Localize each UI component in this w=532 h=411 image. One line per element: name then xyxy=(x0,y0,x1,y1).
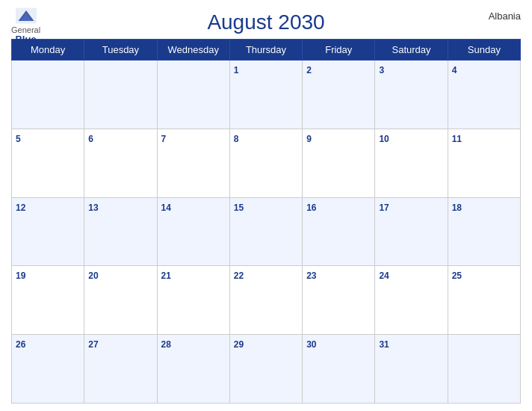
calendar-cell: 22 xyxy=(229,266,302,335)
calendar-cell: 25 xyxy=(448,266,520,335)
country-label: Albania xyxy=(489,10,521,22)
logo-icon xyxy=(16,7,37,24)
day-number: 4 xyxy=(452,65,457,75)
day-number: 10 xyxy=(379,134,389,144)
calendar-week-row: 1234 xyxy=(12,61,521,129)
calendar-cell: 24 xyxy=(375,266,448,335)
calendar-cell: 12 xyxy=(12,197,84,266)
day-number: 25 xyxy=(452,271,462,281)
day-number: 14 xyxy=(161,203,171,213)
calendar-cell: 8 xyxy=(229,129,302,197)
calendar-cell: 20 xyxy=(84,266,157,335)
calendar-cell: 19 xyxy=(12,266,84,335)
calendar-cell: 29 xyxy=(229,335,302,404)
calendar-cell: 7 xyxy=(157,129,229,197)
day-number: 23 xyxy=(306,271,316,281)
calendar-cell: 14 xyxy=(157,197,229,266)
day-number: 21 xyxy=(161,271,171,281)
logo-blue-text: Blue xyxy=(15,34,36,45)
day-number: 3 xyxy=(379,65,384,75)
weekday-header-sunday: Sunday xyxy=(448,40,520,61)
calendar-cell: 1 xyxy=(229,61,302,129)
calendar-cell: 16 xyxy=(303,197,375,266)
weekday-header-row: MondayTuesdayWednesdayThursdayFridaySatu… xyxy=(12,40,521,61)
calendar-cell: 17 xyxy=(375,197,448,266)
day-number: 9 xyxy=(306,134,312,144)
calendar-cell: 6 xyxy=(84,129,157,197)
day-number: 5 xyxy=(16,134,21,144)
calendar-cell: 4 xyxy=(448,61,520,129)
day-number: 18 xyxy=(452,203,462,213)
calendar-cell: 18 xyxy=(448,197,520,266)
header-area: General Blue August 2030 Albania xyxy=(11,7,521,34)
day-number: 31 xyxy=(379,339,389,350)
weekday-header-wednesday: Wednesday xyxy=(157,40,229,61)
calendar-cell xyxy=(448,335,520,404)
day-number: 17 xyxy=(379,203,389,213)
day-number: 11 xyxy=(452,134,462,144)
calendar-title: August 2030 xyxy=(207,10,324,34)
day-number: 13 xyxy=(88,203,98,213)
day-number: 20 xyxy=(88,271,98,281)
day-number: 19 xyxy=(16,271,25,281)
day-number: 15 xyxy=(234,203,244,213)
day-number: 7 xyxy=(161,134,167,144)
day-number: 1 xyxy=(234,65,239,75)
calendar-cell: 30 xyxy=(303,335,375,404)
calendar-cell xyxy=(157,61,229,129)
day-number: 8 xyxy=(234,134,239,144)
calendar-cell: 2 xyxy=(303,61,375,129)
calendar-week-row: 262728293031 xyxy=(12,335,521,404)
calendar-table: MondayTuesdayWednesdayThursdayFridaySatu… xyxy=(11,39,521,404)
day-number: 28 xyxy=(161,339,171,350)
day-number: 29 xyxy=(234,339,244,350)
weekday-header-tuesday: Tuesday xyxy=(84,40,157,61)
day-number: 12 xyxy=(16,203,25,213)
calendar-cell: 10 xyxy=(375,129,448,197)
calendar-cell: 27 xyxy=(84,335,157,404)
calendar-cell: 31 xyxy=(375,335,448,404)
weekday-header-saturday: Saturday xyxy=(375,40,448,61)
day-number: 24 xyxy=(379,271,389,281)
calendar-week-row: 19202122232425 xyxy=(12,266,521,335)
weekday-header-friday: Friday xyxy=(303,40,375,61)
day-number: 27 xyxy=(88,339,98,350)
day-number: 26 xyxy=(16,339,25,350)
day-number: 16 xyxy=(306,203,316,213)
calendar-cell: 26 xyxy=(12,335,84,404)
calendar-cell: 5 xyxy=(12,129,84,197)
calendar-cell xyxy=(12,61,84,129)
day-number: 30 xyxy=(306,339,316,350)
calendar-cell xyxy=(84,61,157,129)
weekday-header-thursday: Thursday xyxy=(229,40,302,61)
calendar-cell: 23 xyxy=(303,266,375,335)
calendar-week-row: 567891011 xyxy=(12,129,521,197)
logo: General Blue xyxy=(11,7,40,45)
calendar-cell: 15 xyxy=(229,197,302,266)
calendar-cell: 9 xyxy=(303,129,375,197)
day-number: 2 xyxy=(306,65,312,75)
day-number: 22 xyxy=(234,271,244,281)
calendar-week-row: 12131415161718 xyxy=(12,197,521,266)
calendar-cell: 21 xyxy=(157,266,229,335)
calendar-cell: 13 xyxy=(84,197,157,266)
calendar-cell: 3 xyxy=(375,61,448,129)
calendar-cell: 28 xyxy=(157,335,229,404)
calendar-cell: 11 xyxy=(448,129,520,197)
day-number: 6 xyxy=(88,134,93,144)
